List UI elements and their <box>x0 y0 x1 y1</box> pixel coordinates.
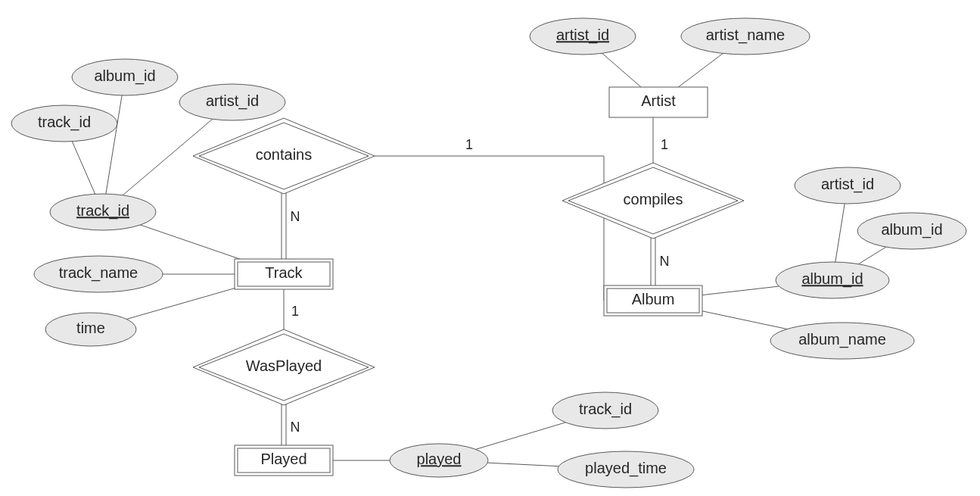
attribute-track_id_top: track_id <box>11 105 117 142</box>
attribute-label: album_id <box>881 221 942 239</box>
attribute-label: album_id <box>94 67 155 85</box>
relationship-label: WasPlayed <box>246 357 322 374</box>
relationship-label: compiles <box>624 191 683 207</box>
attribute-album_id_pk: album_id <box>776 262 889 298</box>
attribute-label: album_name <box>798 331 886 348</box>
attribute-label: artist_name <box>706 27 786 44</box>
er-diagram: containsWasPlayedcompilesTrackPlayedAlbu… <box>0 0 980 496</box>
entity-label: Album <box>632 291 675 307</box>
entity-album: Album <box>604 285 702 316</box>
relationship-compiles: compiles <box>562 163 744 239</box>
cardinality-label: N <box>291 420 300 435</box>
attribute-album_artistid: artist_id <box>795 167 901 204</box>
cardinality-label: 1 <box>465 137 473 152</box>
cardinality-label: 1 <box>661 137 668 152</box>
relationship-wasplayed: WasPlayed <box>193 329 375 405</box>
attribute-artist_id_pk: artist_id <box>530 18 636 55</box>
attribute-album_name: album_name <box>770 323 914 359</box>
attribute-label: album_id <box>801 270 863 288</box>
entity-played: Played <box>235 445 333 476</box>
attribute-played_trackid: track_id <box>552 392 658 429</box>
attribute-label: time <box>76 320 105 336</box>
attribute-label: track_id <box>76 202 129 220</box>
attribute-label: played <box>417 451 462 467</box>
attribute-label: played_time <box>585 460 667 477</box>
entity-label: Played <box>260 451 306 467</box>
attribute-time: time <box>45 313 136 346</box>
cardinality-label: N <box>660 254 670 269</box>
attribute-album_id_top: album_id <box>72 59 178 95</box>
attribute-played_key: played <box>390 444 488 477</box>
attribute-track_id_pk: track_id <box>50 194 156 230</box>
relationship-contains: contains <box>193 118 375 194</box>
entity-label: Artist <box>641 92 676 109</box>
attribute-label: artist_id <box>556 27 609 44</box>
attribute-label: track_id <box>579 401 632 418</box>
cardinality-label: N <box>291 209 300 224</box>
relationship-label: contains <box>256 146 313 163</box>
attribute-track_name: track_name <box>34 256 163 292</box>
entity-artist: Artist <box>609 87 708 117</box>
attribute-label: artist_id <box>821 176 874 193</box>
attribute-played_time: played_time <box>558 451 694 488</box>
svg-line-4 <box>103 77 125 212</box>
entity-label: Track <box>265 264 303 281</box>
attribute-label: artist_id <box>206 92 259 110</box>
attribute-album_albumid2: album_id <box>857 213 966 249</box>
attribute-label: track_id <box>38 114 91 131</box>
cardinality-label: 1 <box>291 304 299 319</box>
attribute-artist_name: artist_name <box>681 18 810 55</box>
entity-track: Track <box>235 259 333 289</box>
attribute-label: track_name <box>59 264 138 282</box>
attribute-artist_id_top: artist_id <box>179 84 285 120</box>
